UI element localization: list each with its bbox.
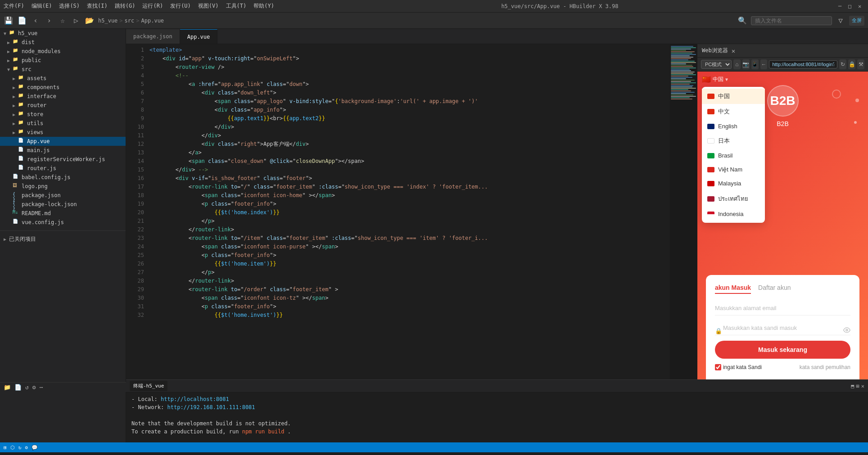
status-icon-hex[interactable]: ⬡: [10, 445, 15, 450]
sidebar-item-public[interactable]: ▶ 📁 public: [0, 56, 126, 65]
menu-edit[interactable]: 编辑(E): [32, 2, 52, 10]
sidebar-item-vueconfig[interactable]: 📄 vue.config.js: [0, 218, 126, 227]
browser-mobile-icon[interactable]: 📱: [751, 59, 759, 69]
sidebar-new-folder-icon[interactable]: 📁: [4, 384, 11, 391]
lang-item-vn[interactable]: Việt Nam: [702, 162, 765, 176]
minimize-button[interactable]: ─: [838, 3, 845, 9]
sidebar-item-router[interactable]: ▶ 📁 router: [0, 101, 126, 110]
status-icon-refresh[interactable]: ↻: [18, 445, 22, 450]
lang-item-zh[interactable]: 中国: [702, 89, 765, 104]
sidebar-item-routerjs[interactable]: 📄 router.js: [0, 164, 126, 173]
sidebar-item-logopng[interactable]: 🖼 logo.png: [0, 182, 126, 191]
closed-projects[interactable]: ▶ 已关闭项目: [0, 234, 126, 244]
menu-publish[interactable]: 发行(U): [170, 2, 191, 10]
close-button[interactable]: ✕: [858, 3, 864, 9]
tab-appvue[interactable]: App.vue: [180, 29, 218, 44]
menu-run[interactable]: 运行(R): [142, 2, 163, 10]
menu-find[interactable]: 查找(I): [87, 2, 108, 10]
sidebar-item-utils[interactable]: ▶ 📁 utils: [0, 119, 126, 128]
lang-item-jp[interactable]: 日本: [702, 133, 765, 149]
back-icon[interactable]: ‹: [31, 16, 41, 26]
sidebar-item-h5_vue[interactable]: ▼ 📁 h5_vue: [0, 29, 126, 38]
folder-icon: 📁: [13, 39, 20, 46]
menu-view[interactable]: 视图(V): [198, 2, 219, 10]
lang-item-id[interactable]: Indonesia: [702, 207, 765, 221]
terminal-close-icon[interactable]: ✕: [861, 383, 864, 389]
sidebar-item-store[interactable]: ▶ 📁 store: [0, 110, 126, 119]
file-icon: 📄: [18, 138, 25, 145]
browser-devtools-icon[interactable]: ⚒: [857, 59, 864, 69]
eye-icon[interactable]: [843, 327, 850, 335]
terminal-tab[interactable]: 终端-h5_vue: [130, 381, 167, 391]
login-button[interactable]: Masuk sekarang: [715, 341, 850, 359]
menu-help[interactable]: 帮助(Y): [253, 2, 274, 10]
status-icon-gear[interactable]: ⚙: [25, 445, 28, 450]
sidebar-item-components[interactable]: ▶ 📁 components: [0, 83, 126, 92]
status-icon-chat[interactable]: 💬: [32, 445, 38, 450]
terminal-split-icon[interactable]: ⊞: [856, 383, 859, 389]
sidebar-item-views[interactable]: ▶ 📁 views: [0, 128, 126, 137]
browser-lock-icon[interactable]: 🔒: [848, 59, 855, 69]
breadcrumb-src[interactable]: src: [125, 18, 135, 24]
language-selector[interactable]: 🇨🇳 中国 ▼: [702, 75, 728, 84]
sidebar-item-babelconfig[interactable]: 📄 babel.config.js: [0, 173, 126, 182]
fullscreen-icon[interactable]: 全屏: [849, 16, 864, 26]
address-input[interactable]: [769, 60, 837, 68]
tab-login[interactable]: akun Masuk: [715, 284, 751, 294]
mode-select[interactable]: PC模式: [701, 60, 732, 69]
code-content[interactable]: <template> <div id="app" v-touch:right="…: [148, 44, 670, 379]
sidebar-item-dist[interactable]: ▶ 📁 dist: [0, 38, 126, 47]
browser-refresh-icon[interactable]: ↻: [839, 59, 846, 69]
browser-close-button[interactable]: ✕: [732, 47, 735, 54]
sidebar-refresh-icon[interactable]: ↺: [25, 384, 29, 391]
breadcrumb-root[interactable]: h5_vue: [98, 18, 118, 24]
sidebar-item-node_modules[interactable]: ▶ 📁 node_modules: [0, 47, 126, 56]
app-logo: B2B: [767, 85, 799, 117]
forgot-password[interactable]: kata sandi pemulihan: [800, 364, 850, 370]
menu-goto[interactable]: 跳转(G): [115, 2, 136, 10]
sidebar-item-assets[interactable]: ▶ 📁 assets: [0, 74, 126, 83]
forward-icon[interactable]: ›: [44, 16, 54, 26]
run-icon[interactable]: ▷: [71, 16, 81, 26]
status-icon-grid[interactable]: ⊞: [4, 445, 7, 450]
tab-packagejson[interactable]: package.json: [126, 29, 180, 44]
lang-item-my[interactable]: Malaysia: [702, 176, 765, 190]
sidebar-item-readme[interactable]: M↓ README.md: [0, 209, 126, 218]
tab-register[interactable]: Daftar akun: [758, 284, 791, 294]
menu-tools[interactable]: 工具(T): [226, 2, 247, 10]
open-folder-icon[interactable]: 📂: [85, 16, 95, 26]
terminal-expand-icon[interactable]: ⬒: [851, 383, 854, 389]
password-input[interactable]: [715, 321, 850, 335]
terminal-network-url[interactable]: http://192.168.101.111:8081: [167, 404, 255, 410]
sidebar-item-appvue[interactable]: 📄 App.vue: [0, 137, 126, 146]
lang-item-br[interactable]: Brasil: [702, 149, 765, 162]
lang-item-zh2[interactable]: 中文: [702, 104, 765, 119]
menu-file[interactable]: 文件(F): [4, 2, 24, 10]
maximize-button[interactable]: □: [848, 3, 854, 9]
lang-item-th[interactable]: ประเทศไทย: [702, 190, 765, 207]
lang-item-en[interactable]: English: [702, 119, 765, 133]
email-input[interactable]: [715, 301, 850, 315]
bookmark-icon[interactable]: ☆: [58, 16, 68, 26]
terminal-local-url[interactable]: http://localhost:8081: [161, 396, 229, 402]
save-icon[interactable]: 💾: [4, 16, 14, 26]
search-doc-icon[interactable]: 🔍: [737, 16, 747, 26]
menu-select[interactable]: 选择(S): [59, 2, 80, 10]
sidebar-item-packagejson[interactable]: { } package.json: [0, 191, 126, 200]
browser-screenshot-icon[interactable]: 📷: [742, 59, 750, 69]
sidebar-more-icon[interactable]: ⋯: [40, 384, 43, 391]
sidebar-item-registerserviceworker[interactable]: 📄 registerServiceWorker.js: [0, 155, 126, 164]
sidebar-item-interface[interactable]: ▶ 📁 interface: [0, 92, 126, 101]
sidebar-new-file-icon[interactable]: 📄: [14, 384, 22, 391]
breadcrumb-file[interactable]: App.vue: [141, 18, 164, 24]
sidebar-item-packagelockjson[interactable]: { } package-lock.json: [0, 200, 126, 209]
filename-input[interactable]: [751, 16, 832, 25]
new-file-icon[interactable]: 📄: [17, 16, 27, 26]
sidebar-item-src[interactable]: ▼ 📁 src: [0, 65, 126, 74]
browser-home-icon[interactable]: ⌂: [733, 59, 741, 69]
sidebar-item-mainjs[interactable]: 📄 main.js: [0, 146, 126, 155]
filter-icon[interactable]: ▽: [836, 16, 845, 26]
sidebar-settings-icon[interactable]: ⚙: [32, 384, 36, 391]
remember-checkbox[interactable]: [715, 364, 721, 370]
browser-back-icon[interactable]: ←: [760, 59, 768, 69]
